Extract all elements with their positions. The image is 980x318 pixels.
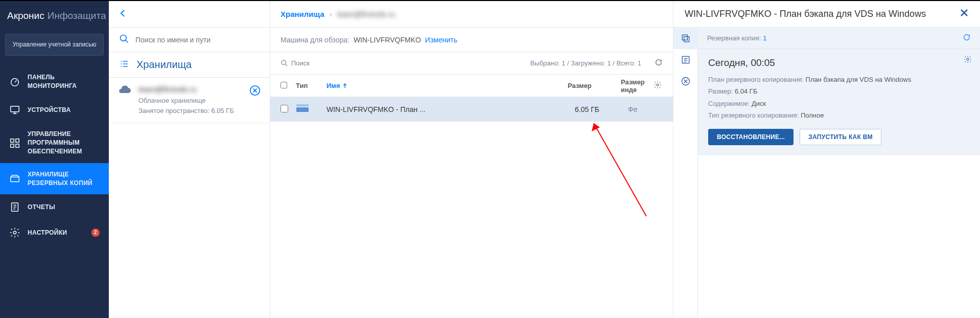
rev-refresh-icon[interactable] [963, 33, 971, 43]
nav-devices[interactable]: УСТРОЙСТВА [0, 97, 109, 123]
back-icon[interactable] [119, 8, 126, 20]
machine-change-link[interactable]: Изменить [425, 36, 457, 44]
svg-point-9 [121, 35, 127, 41]
row-name: WIN-LIVFRVQFMKO - План ... [326, 105, 568, 113]
panel-side-icons [673, 28, 698, 318]
table-row[interactable]: WIN-LIVFRVQFMKO - План ... 6.05 ГБ Фе [270, 97, 673, 122]
svg-rect-13 [296, 107, 309, 112]
refresh-icon[interactable] [655, 58, 663, 68]
nav-label: ПАНЕЛЬ МОНИТОРИНГА [28, 73, 100, 90]
nav-backup-storage[interactable]: ХРАНИЛИЩЕ РЕЗЕРВНЫХ КОПИЙ [0, 163, 109, 195]
side-icon-info[interactable] [673, 49, 698, 71]
clipboard-icon [9, 201, 20, 213]
nav-monitoring[interactable]: ПАНЕЛЬ МОНИТОРИНГА [0, 66, 109, 98]
monitor-icon [9, 104, 20, 116]
th-type[interactable]: Тип [296, 82, 319, 89]
nav-label: НАСТРОЙКИ [28, 229, 67, 237]
nav-label: ХРАНИЛИЩЕ РЕЗЕРВНЫХ КОПИЙ [28, 170, 100, 188]
svg-rect-2 [11, 139, 14, 142]
breadcrumb-sep: › [330, 10, 332, 18]
details-panel: WIN-LIVFRVQFMKO - План бэкапа для VDS на… [673, 1, 980, 318]
storage-title-row: Хранилища [109, 52, 270, 78]
svg-rect-5 [16, 144, 19, 147]
backup-time: Сегодня, 00:05 [708, 57, 970, 69]
settings-badge: 2 [91, 229, 100, 237]
breadcrumb-current: team@firstvds.ru [337, 10, 395, 18]
search-icon [119, 34, 129, 46]
svg-point-12 [657, 84, 659, 86]
nav-label: УПРАВЛЕНИЕ ПРОГРАММНЫМ ОБЕСПЕЧЕНИЕМ [28, 130, 100, 155]
nav-reports[interactable]: ОТЧЕТЫ [0, 194, 109, 220]
dashboard-icon [9, 76, 20, 87]
svg-rect-16 [684, 37, 689, 42]
svg-rect-6 [11, 177, 19, 181]
th-checkbox[interactable] [281, 82, 289, 90]
nav-label: ОТЧЕТЫ [28, 203, 55, 212]
nav-settings[interactable]: НАСТРОЙКИ 2 [0, 220, 109, 245]
list-icon [119, 59, 129, 71]
sidebar: Акронис Инфозащита Управление учетной за… [0, 1, 109, 318]
row-size: 6.05 ГБ [575, 105, 621, 113]
table-header: Тип Имя Размер Размер инде [270, 75, 673, 97]
machine-label: Машина для обзора: [281, 36, 349, 44]
filter-search[interactable]: Поиск [281, 59, 310, 67]
backup-gear-icon[interactable] [964, 55, 972, 65]
th-name[interactable]: Имя [326, 82, 561, 89]
svg-rect-3 [16, 139, 19, 142]
svg-point-8 [13, 232, 16, 235]
svg-rect-1 [11, 106, 19, 112]
account-button[interactable]: Управление учетной записью [5, 34, 104, 56]
machine-value: WIN-LIVFRVQFMKO [354, 36, 421, 44]
storage-item-type: Облачное хранилище [138, 96, 242, 106]
storage-item-title: team@firstvds.ru [138, 85, 242, 94]
panel-close-icon[interactable] [960, 8, 969, 20]
svg-point-19 [967, 58, 969, 60]
back-row [109, 1, 270, 28]
storage-column: Хранилища team@firstvds.ru Облачное хран… [109, 1, 270, 318]
backup-card[interactable]: Сегодня, 00:05 План резервного копирован… [698, 49, 980, 155]
backup-meta: План резервного копирования: План бэкапа… [708, 74, 970, 122]
run-as-vm-button[interactable]: ЗАПУСТИТЬ КАК ВМ [800, 129, 881, 145]
storage-title: Хранилища [136, 59, 192, 71]
cloud-icon [118, 85, 131, 97]
th-size[interactable]: Размер [568, 82, 614, 89]
close-icon[interactable] [249, 85, 261, 98]
machine-row: Машина для обзора: WIN-LIVFRVQFMKO Измен… [270, 28, 673, 52]
storage-item[interactable]: team@firstvds.ru Облачное хранилище Заня… [109, 78, 270, 123]
nav-software[interactable]: УПРАВЛЕНИЕ ПРОГРАММНЫМ ОБЕСПЕЧЕНИЕМ [0, 123, 109, 163]
gear-icon [9, 227, 20, 238]
row-checkbox[interactable] [281, 105, 289, 114]
breadcrumb: Хранилища › team@firstvds.ru [270, 1, 673, 28]
logo-main: Акронис [7, 10, 44, 21]
svg-rect-14 [296, 104, 309, 106]
row-date: Фе [628, 105, 663, 113]
svg-rect-15 [682, 35, 687, 40]
columns-gear-icon[interactable] [654, 81, 663, 90]
panel-title: WIN-LIVFRVQFMKO - План бэкапа для VDS на… [685, 9, 960, 19]
restore-button[interactable]: ВОССТАНОВЛЕНИЕ... [708, 129, 794, 145]
side-icon-copies[interactable] [673, 28, 698, 49]
main-column: Хранилища › team@firstvds.ru Машина для … [270, 1, 673, 318]
th-index[interactable]: Размер инде [621, 78, 646, 94]
svg-rect-4 [11, 144, 14, 147]
revisions-header: Резервная копия: 1 [698, 28, 980, 49]
panel-header: WIN-LIVFRVQFMKO - План бэкапа для VDS на… [673, 1, 980, 28]
logo: Акронис Инфозащита [0, 1, 109, 31]
svg-point-11 [282, 60, 286, 65]
nav-label: УСТРОЙСТВА [28, 106, 71, 115]
apps-icon [9, 138, 20, 149]
filter-stats: Выбрано: 1 / Загружено: 1 / Всего: 1 [530, 59, 641, 67]
rev-label: Резервная копия: [707, 34, 761, 42]
side-icon-delete[interactable] [673, 71, 698, 92]
rev-count: 1 [763, 34, 766, 42]
search-row [109, 28, 270, 52]
breadcrumb-root[interactable]: Хранилища [281, 10, 324, 18]
filter-row: Поиск Выбрано: 1 / Загружено: 1 / Всего:… [270, 52, 673, 75]
storage-item-space: Занятое пространство: 6.05 ГБ [138, 106, 242, 116]
search-input[interactable] [135, 36, 260, 44]
logo-sub: Инфозащита [48, 10, 106, 21]
storage-icon [9, 173, 20, 185]
disk-icon [296, 103, 319, 115]
